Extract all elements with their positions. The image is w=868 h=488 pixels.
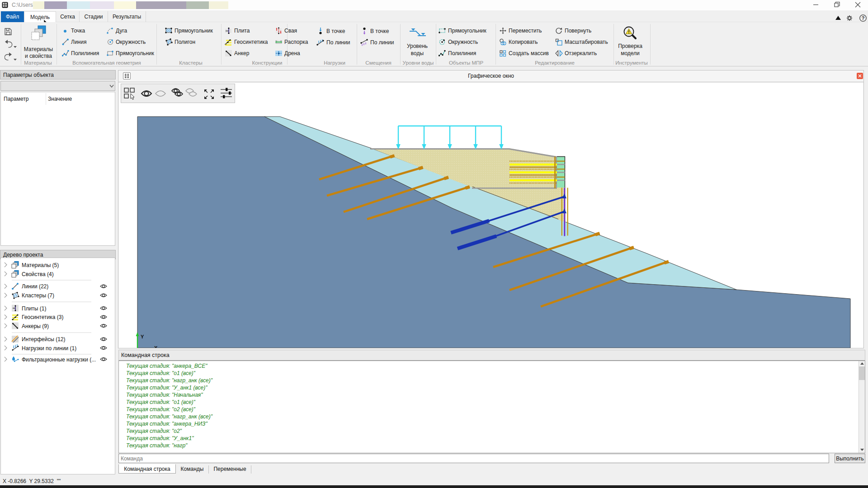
- svg-text:?: ?: [862, 15, 865, 21]
- svg-text:Интерфейсы (12): Интерфейсы (12): [22, 336, 66, 343]
- svg-text:Материалы (5): Материалы (5): [22, 262, 59, 268]
- svg-text:Плиты (1): Плиты (1): [22, 305, 46, 312]
- svg-text:X: X: [154, 345, 158, 348]
- svg-text:Свойства (4): Свойства (4): [22, 271, 54, 277]
- svg-text:Геосинтетика (3): Геосинтетика (3): [22, 314, 63, 320]
- svg-text:Нагрузки по линии (1): Нагрузки по линии (1): [22, 345, 76, 352]
- svg-text:Y: Y: [141, 334, 144, 339]
- svg-text:Кластеры (7): Кластеры (7): [22, 292, 54, 299]
- svg-text:Анкеры (9): Анкеры (9): [22, 323, 49, 329]
- svg-text:Линии (22): Линии (22): [22, 283, 48, 290]
- svg-text:Фильтрационные нагрузки (...: Фильтрационные нагрузки (...: [22, 357, 96, 363]
